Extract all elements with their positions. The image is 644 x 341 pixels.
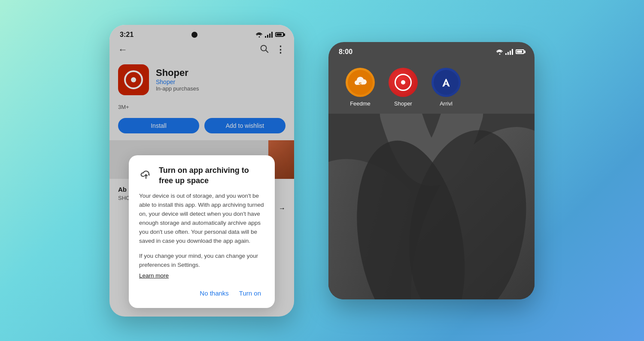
app-shoper[interactable]: Shoper [389, 68, 418, 107]
shoper-ring [395, 74, 412, 91]
feedme-icon-content: S [346, 68, 375, 97]
dialog-title: Turn on app archiving to free up space [159, 166, 264, 186]
svg-text:S: S [358, 81, 361, 87]
app-arrivl[interactable]: A Arrivl [431, 68, 461, 107]
dialog-body1: Your device is out of storage, and you w… [139, 192, 264, 246]
feedme-label: Feedme [350, 100, 371, 107]
shoper-icon [389, 68, 418, 97]
arrivl-icon-content: A [431, 68, 461, 97]
arrivl-label: Arrivl [440, 100, 453, 107]
phone-left: 3:21 ← [109, 25, 294, 317]
signal-icon-right [505, 49, 513, 55]
wallpaper-area [328, 114, 535, 299]
learn-more-link[interactable]: Learn more [139, 272, 169, 279]
arrivl-svg: A [434, 70, 459, 95]
phone-right: 8:00 [328, 42, 535, 299]
status-bar-right: 8:00 [328, 42, 535, 59]
wallpaper-svg [328, 114, 535, 299]
shoper-dot [401, 80, 405, 84]
wifi-icon-right [496, 49, 504, 55]
status-time-right: 8:00 [339, 48, 352, 56]
dialog-actions: No thanks Turn on [139, 287, 264, 299]
dialog-box: Turn on app archiving to free up space Y… [129, 155, 275, 308]
arrivl-icon: A [431, 68, 461, 97]
no-thanks-button[interactable]: No thanks [196, 287, 232, 299]
feedme-icon: S [346, 68, 375, 97]
app-feedme[interactable]: S Feedme [346, 68, 375, 107]
feedme-cloud-svg: S [348, 70, 373, 95]
shoper-label: Shoper [394, 100, 412, 107]
dialog-overlay: Turn on app archiving to free up space Y… [109, 25, 294, 317]
battery-icon-right [516, 49, 524, 54]
cloud-archive-icon [139, 166, 153, 180]
home-icons-row: S Feedme Shoper A [328, 59, 535, 114]
dialog-body2: If you change your mind, you can change … [139, 252, 264, 270]
status-icons-right [496, 49, 524, 55]
dialog-title-row: Turn on app archiving to free up space [139, 166, 264, 186]
turn-on-button[interactable]: Turn on [236, 287, 264, 299]
